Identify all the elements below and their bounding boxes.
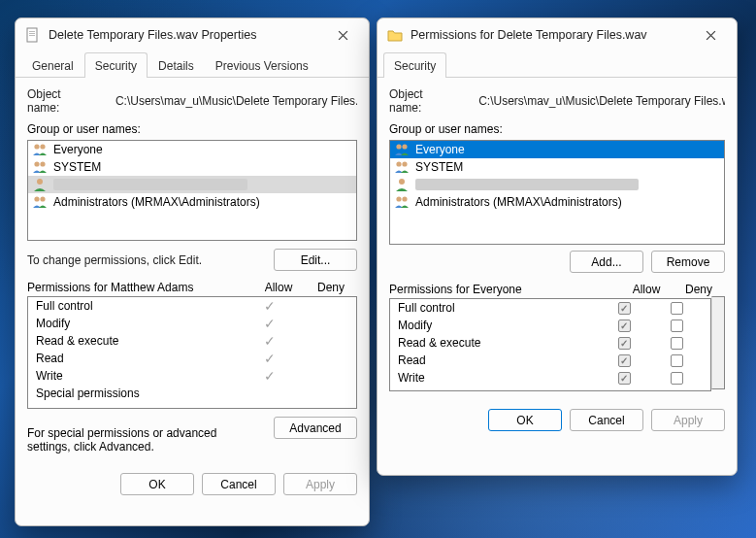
scrollbar[interactable] (711, 296, 725, 389)
cancel-button[interactable]: Cancel (570, 409, 643, 431)
group-icon (394, 194, 410, 210)
allow-cell: ✓ (244, 334, 296, 349)
tab-details[interactable]: Details (148, 52, 205, 78)
permission-name: Read (36, 352, 244, 365)
deny-checkbox[interactable] (671, 372, 683, 385)
group-user-label: Group or user names: (27, 122, 357, 136)
allow-checkbox[interactable] (618, 319, 631, 332)
user-icon (32, 177, 48, 192)
permission-name: Read (398, 353, 598, 367)
properties-window: Delete Temporary Files.wav Properties Ge… (15, 17, 370, 526)
redacted-name (415, 179, 639, 190)
user-name: Administrators (MRMAX\Administrators) (53, 195, 260, 209)
group-user-list[interactable]: EveryoneSYSTEMAdministrators (MRMAX\Admi… (389, 140, 725, 245)
list-item[interactable]: Everyone (28, 141, 356, 158)
svg-point-14 (402, 161, 407, 166)
deny-checkbox[interactable] (671, 302, 683, 315)
tab-security[interactable]: Security (383, 52, 446, 78)
list-item[interactable]: Everyone (390, 141, 724, 158)
group-user-list[interactable]: EveryoneSYSTEMAdministrators (MRMAX\Admi… (27, 140, 357, 241)
permission-row: Special permissions (28, 385, 356, 402)
permission-row: Read & execute✓ (28, 332, 356, 350)
permission-row: Read✓ (28, 350, 356, 367)
permission-row: Full control✓ (28, 297, 356, 315)
close-button[interactable] (326, 21, 359, 49)
apply-button[interactable]: Apply (651, 409, 725, 431)
advanced-button[interactable]: Advanced (274, 417, 357, 439)
permission-name: Write (398, 371, 598, 385)
permission-name: Read & execute (36, 334, 244, 348)
titlebar[interactable]: Permissions for Delete Temporary Files.w… (378, 18, 737, 51)
permission-name: Full control (398, 301, 598, 315)
deny-checkbox[interactable] (671, 337, 683, 350)
svg-point-17 (402, 196, 407, 201)
user-name: Everyone (415, 143, 465, 156)
allow-checkbox[interactable] (618, 337, 631, 350)
deny-checkbox[interactable] (671, 319, 683, 332)
list-item[interactable] (28, 176, 356, 193)
list-item[interactable] (390, 176, 724, 193)
list-item[interactable]: SYSTEM (390, 158, 724, 176)
permissions-header: Permissions for Everyone (389, 283, 620, 296)
permission-row: Modify (390, 317, 710, 334)
user-icon (394, 177, 410, 192)
tab-previous-versions[interactable]: Previous Versions (205, 52, 319, 78)
ok-button[interactable]: OK (120, 473, 194, 495)
svg-point-5 (40, 144, 45, 149)
allow-checkbox[interactable] (618, 372, 631, 385)
object-name-label: Object name: (389, 87, 455, 115)
permission-name: Special permissions (36, 387, 244, 400)
list-item[interactable]: Administrators (MRMAX\Administrators) (390, 193, 724, 211)
file-icon (25, 27, 41, 43)
group-icon (32, 142, 48, 157)
list-item[interactable]: SYSTEM (28, 158, 356, 176)
tabs: General Security Details Previous Versio… (16, 51, 369, 78)
permission-row: Read (390, 352, 710, 369)
window-title: Delete Temporary Files.wav Properties (49, 28, 326, 42)
tab-general[interactable]: General (21, 52, 84, 78)
svg-rect-1 (29, 31, 35, 32)
add-button[interactable]: Add... (570, 251, 643, 273)
group-icon (394, 142, 410, 157)
group-icon (394, 159, 410, 175)
svg-point-15 (399, 179, 405, 185)
allow-checkbox[interactable] (618, 354, 631, 367)
titlebar[interactable]: Delete Temporary Files.wav Properties (16, 18, 369, 51)
checkmark-icon: ✓ (264, 351, 276, 366)
folder-icon (387, 27, 403, 43)
tab-security[interactable]: Security (84, 52, 148, 78)
close-button[interactable] (694, 21, 727, 49)
permission-row: Read & execute (390, 334, 710, 352)
permission-name: Read & execute (398, 336, 598, 350)
edit-button[interactable]: Edit... (274, 249, 357, 271)
remove-button[interactable]: Remove (651, 251, 725, 273)
tabs: Security (378, 51, 737, 78)
list-item[interactable]: Administrators (MRMAX\Administrators) (28, 193, 356, 211)
apply-button[interactable]: Apply (283, 473, 357, 495)
redacted-name (53, 179, 247, 190)
cancel-button[interactable]: Cancel (202, 473, 276, 495)
user-name: SYSTEM (415, 160, 463, 174)
deny-header: Deny (305, 281, 357, 294)
svg-point-9 (34, 196, 39, 201)
svg-point-10 (40, 196, 45, 201)
checkmark-icon: ✓ (264, 333, 276, 349)
window-title: Permissions for Delete Temporary Files.w… (411, 28, 694, 42)
deny-checkbox[interactable] (671, 354, 683, 367)
user-name: Administrators (MRMAX\Administrators) (415, 195, 622, 209)
permission-name: Modify (398, 319, 598, 332)
svg-rect-3 (29, 35, 35, 36)
deny-header: Deny (673, 283, 725, 296)
permission-name: Write (36, 369, 244, 383)
ok-button[interactable]: OK (488, 409, 562, 431)
user-name: SYSTEM (53, 160, 101, 174)
object-name-value: C:\Users\mav_u\Music\Delete Temporary Fi… (478, 94, 725, 108)
permissions-list: Full control✓Modify✓Read & execute✓Read✓… (27, 296, 357, 409)
advanced-note: For special permissions or advanced sett… (27, 426, 241, 454)
allow-checkbox[interactable] (618, 302, 631, 315)
permissions-header: Permissions for Matthew Adams (27, 281, 252, 294)
checkmark-icon: ✓ (264, 368, 276, 384)
svg-point-11 (396, 144, 401, 149)
permission-row: Write✓ (28, 367, 356, 385)
group-icon (32, 194, 48, 210)
